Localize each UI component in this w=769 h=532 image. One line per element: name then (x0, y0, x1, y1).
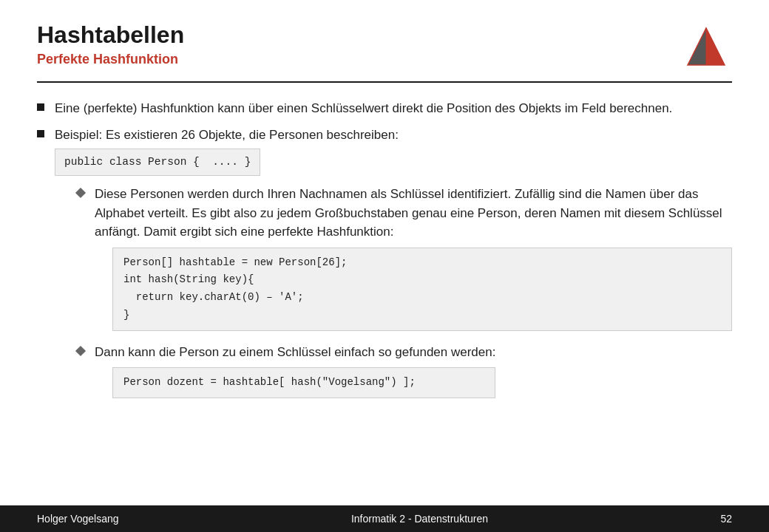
bullet-square-icon-2 (37, 130, 44, 137)
bullet-text-2: Beispiel: Es existieren 26 Objekte, die … (55, 128, 399, 142)
header-titles: Hashtabellen Perfekte Hashfunktion (37, 21, 184, 67)
sub-bullet-1-content: Diese Personen werden durch Ihren Nachna… (95, 185, 732, 337)
content-area: Eine (perfekte) Hashfunktion kann über e… (0, 83, 769, 505)
bullet-diamond-icon-1 (75, 188, 86, 198)
bullet-square-icon-1 (37, 103, 44, 111)
bullet-item-1: Eine (perfekte) Hashfunktion kann über e… (37, 99, 732, 118)
slide: Hashtabellen Perfekte Hashfunktion Eine … (0, 0, 769, 532)
logo-icon (680, 21, 732, 72)
footer: Holger Vogelsang Informatik 2 - Datenstr… (0, 505, 769, 532)
sub-bullet-item-2: Dann kann die Person zu einem Schlüssel … (77, 343, 732, 404)
sub-bullet-2-content: Dann kann die Person zu einem Schlüssel … (95, 343, 495, 404)
header: Hashtabellen Perfekte Hashfunktion (0, 0, 769, 81)
slide-title: Hashtabellen (37, 21, 184, 49)
sub-bullet-item-1: Diese Personen werden durch Ihren Nachna… (77, 185, 732, 337)
code-block-hashtable: Person[] hashtable = new Person[26]; int… (112, 248, 732, 331)
code-block-dozent: Person dozent = hashtable[ hash("Vogelsa… (112, 367, 495, 398)
slide-subtitle: Perfekte Hashfunktion (37, 52, 184, 67)
footer-author: Holger Vogelsang (37, 513, 119, 525)
bullet-diamond-icon-2 (75, 346, 86, 356)
main-bullet-list: Eine (perfekte) Hashfunktion kann über e… (37, 99, 732, 410)
footer-course: Informatik 2 - Datenstrukturen (351, 513, 488, 525)
code-inline-person: public class Person { .... } (55, 149, 260, 176)
sub-bullet-text-1: Diese Personen werden durch Ihren Nachna… (95, 187, 722, 239)
bullet-item-2: Beispiel: Es existieren 26 Objekte, die … (37, 126, 732, 411)
sub-bullet-text-2: Dann kann die Person zu einem Schlüssel … (95, 345, 495, 359)
bullet-text-1: Eine (perfekte) Hashfunktion kann über e… (55, 99, 672, 118)
footer-page: 52 (720, 513, 732, 525)
bullet-2-content: Beispiel: Es existieren 26 Objekte, die … (55, 126, 732, 411)
sub-bullet-list: Diese Personen werden durch Ihren Nachna… (55, 185, 732, 404)
